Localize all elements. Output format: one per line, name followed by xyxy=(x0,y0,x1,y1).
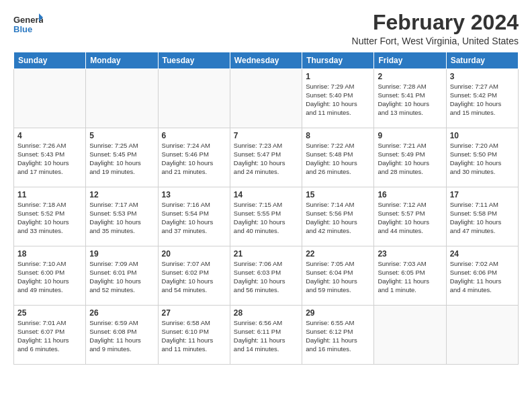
calendar-cell xyxy=(446,306,518,365)
day-number: 1 xyxy=(306,72,370,81)
svg-text:General: General xyxy=(13,15,43,25)
calendar-cell: 2Sunrise: 7:28 AM Sunset: 5:41 PM Daylig… xyxy=(374,69,446,128)
day-number: 24 xyxy=(450,249,515,259)
day-info: Sunrise: 7:10 AM Sunset: 6:00 PM Dayligh… xyxy=(17,260,82,294)
day-info: Sunrise: 7:05 AM Sunset: 6:04 PM Dayligh… xyxy=(306,260,370,294)
calendar-cell: 8Sunrise: 7:22 AM Sunset: 5:48 PM Daylig… xyxy=(302,128,374,187)
calendar-cell: 18Sunrise: 7:10 AM Sunset: 6:00 PM Dayli… xyxy=(14,246,86,306)
calendar-table: SundayMondayTuesdayWednesdayThursdayFrid… xyxy=(13,52,519,365)
day-info: Sunrise: 7:22 AM Sunset: 5:48 PM Dayligh… xyxy=(306,142,370,176)
day-number: 27 xyxy=(162,308,226,318)
day-number: 23 xyxy=(378,249,442,259)
calendar-week-3: 11Sunrise: 7:18 AM Sunset: 5:52 PM Dayli… xyxy=(14,187,519,246)
calendar-cell: 14Sunrise: 7:15 AM Sunset: 5:55 PM Dayli… xyxy=(230,187,302,246)
day-info: Sunrise: 7:07 AM Sunset: 6:02 PM Dayligh… xyxy=(162,260,226,294)
day-number: 20 xyxy=(162,249,226,259)
calendar-cell: 23Sunrise: 7:03 AM Sunset: 6:05 PM Dayli… xyxy=(374,246,446,306)
day-number: 5 xyxy=(89,131,154,140)
page-container: General Blue February 2024 Nutter Fort, … xyxy=(0,0,532,371)
day-header-thursday: Thursday xyxy=(302,52,374,69)
calendar-cell: 27Sunrise: 6:58 AM Sunset: 6:10 PM Dayli… xyxy=(158,306,230,365)
day-number: 15 xyxy=(306,190,370,199)
svg-text:Blue: Blue xyxy=(13,24,32,34)
day-info: Sunrise: 7:23 AM Sunset: 5:47 PM Dayligh… xyxy=(234,142,298,176)
main-title: February 2024 xyxy=(352,11,519,34)
day-number: 26 xyxy=(89,308,154,318)
calendar-cell: 4Sunrise: 7:26 AM Sunset: 5:43 PM Daylig… xyxy=(14,128,86,187)
day-header-saturday: Saturday xyxy=(446,52,518,69)
day-info: Sunrise: 7:28 AM Sunset: 5:41 PM Dayligh… xyxy=(378,83,442,117)
header: General Blue February 2024 Nutter Fort, … xyxy=(13,11,519,46)
day-info: Sunrise: 7:12 AM Sunset: 5:57 PM Dayligh… xyxy=(378,201,442,235)
calendar-week-4: 18Sunrise: 7:10 AM Sunset: 6:00 PM Dayli… xyxy=(14,246,519,306)
calendar-cell: 19Sunrise: 7:09 AM Sunset: 6:01 PM Dayli… xyxy=(86,246,158,306)
logo-icon: General Blue xyxy=(13,11,43,36)
day-info: Sunrise: 7:14 AM Sunset: 5:56 PM Dayligh… xyxy=(306,201,370,235)
day-number: 8 xyxy=(306,131,370,140)
title-block: February 2024 Nutter Fort, West Virginia… xyxy=(352,11,519,46)
calendar-cell: 20Sunrise: 7:07 AM Sunset: 6:02 PM Dayli… xyxy=(158,246,230,306)
calendar-cell: 6Sunrise: 7:24 AM Sunset: 5:46 PM Daylig… xyxy=(158,128,230,187)
calendar-cell xyxy=(86,69,158,128)
calendar-cell: 17Sunrise: 7:11 AM Sunset: 5:58 PM Dayli… xyxy=(446,187,518,246)
day-info: Sunrise: 7:02 AM Sunset: 6:06 PM Dayligh… xyxy=(450,260,515,294)
day-info: Sunrise: 7:18 AM Sunset: 5:52 PM Dayligh… xyxy=(17,201,82,235)
day-number: 7 xyxy=(234,131,298,140)
calendar-cell: 9Sunrise: 7:21 AM Sunset: 5:49 PM Daylig… xyxy=(374,128,446,187)
day-info: Sunrise: 7:06 AM Sunset: 6:03 PM Dayligh… xyxy=(234,260,298,294)
day-number: 17 xyxy=(450,190,515,199)
day-number: 10 xyxy=(450,131,515,140)
calendar-cell: 15Sunrise: 7:14 AM Sunset: 5:56 PM Dayli… xyxy=(302,187,374,246)
day-number: 13 xyxy=(162,190,226,199)
calendar-cell: 22Sunrise: 7:05 AM Sunset: 6:04 PM Dayli… xyxy=(302,246,374,306)
subtitle: Nutter Fort, West Virginia, United State… xyxy=(352,36,519,46)
day-number: 2 xyxy=(378,72,442,81)
day-number: 12 xyxy=(89,190,154,199)
day-header-friday: Friday xyxy=(374,52,446,69)
calendar-header-row: SundayMondayTuesdayWednesdayThursdayFrid… xyxy=(14,52,519,69)
day-number: 6 xyxy=(162,131,226,140)
day-info: Sunrise: 7:25 AM Sunset: 5:45 PM Dayligh… xyxy=(89,142,154,176)
day-info: Sunrise: 6:58 AM Sunset: 6:10 PM Dayligh… xyxy=(162,319,226,353)
day-info: Sunrise: 6:55 AM Sunset: 6:12 PM Dayligh… xyxy=(306,319,370,353)
day-info: Sunrise: 7:01 AM Sunset: 6:07 PM Dayligh… xyxy=(17,319,82,353)
calendar-cell: 13Sunrise: 7:16 AM Sunset: 5:54 PM Dayli… xyxy=(158,187,230,246)
day-info: Sunrise: 7:24 AM Sunset: 5:46 PM Dayligh… xyxy=(162,142,226,176)
day-info: Sunrise: 7:21 AM Sunset: 5:49 PM Dayligh… xyxy=(378,142,442,176)
calendar-cell: 7Sunrise: 7:23 AM Sunset: 5:47 PM Daylig… xyxy=(230,128,302,187)
calendar-cell: 12Sunrise: 7:17 AM Sunset: 5:53 PM Dayli… xyxy=(86,187,158,246)
day-number: 29 xyxy=(306,308,370,318)
calendar-cell: 29Sunrise: 6:55 AM Sunset: 6:12 PM Dayli… xyxy=(302,306,374,365)
day-header-sunday: Sunday xyxy=(14,52,86,69)
day-header-wednesday: Wednesday xyxy=(230,52,302,69)
calendar-cell: 21Sunrise: 7:06 AM Sunset: 6:03 PM Dayli… xyxy=(230,246,302,306)
calendar-cell: 25Sunrise: 7:01 AM Sunset: 6:07 PM Dayli… xyxy=(14,306,86,365)
day-number: 3 xyxy=(450,72,515,81)
calendar-cell: 26Sunrise: 6:59 AM Sunset: 6:08 PM Dayli… xyxy=(86,306,158,365)
day-number: 18 xyxy=(17,249,82,259)
day-number: 22 xyxy=(306,249,370,259)
calendar-cell xyxy=(158,69,230,128)
day-info: Sunrise: 7:27 AM Sunset: 5:42 PM Dayligh… xyxy=(450,83,515,117)
day-info: Sunrise: 7:03 AM Sunset: 6:05 PM Dayligh… xyxy=(378,260,442,294)
calendar-cell: 24Sunrise: 7:02 AM Sunset: 6:06 PM Dayli… xyxy=(446,246,518,306)
day-info: Sunrise: 7:26 AM Sunset: 5:43 PM Dayligh… xyxy=(17,142,82,176)
day-number: 14 xyxy=(234,190,298,199)
calendar-week-5: 25Sunrise: 7:01 AM Sunset: 6:07 PM Dayli… xyxy=(14,306,519,365)
day-info: Sunrise: 7:16 AM Sunset: 5:54 PM Dayligh… xyxy=(162,201,226,235)
calendar-body: 1Sunrise: 7:29 AM Sunset: 5:40 PM Daylig… xyxy=(14,69,519,365)
calendar-cell: 3Sunrise: 7:27 AM Sunset: 5:42 PM Daylig… xyxy=(446,69,518,128)
calendar-cell xyxy=(374,306,446,365)
day-info: Sunrise: 7:20 AM Sunset: 5:50 PM Dayligh… xyxy=(450,142,515,176)
day-number: 25 xyxy=(17,308,82,318)
day-number: 9 xyxy=(378,131,442,140)
day-info: Sunrise: 7:17 AM Sunset: 5:53 PM Dayligh… xyxy=(89,201,154,235)
calendar-week-2: 4Sunrise: 7:26 AM Sunset: 5:43 PM Daylig… xyxy=(14,128,519,187)
day-number: 21 xyxy=(234,249,298,259)
calendar-cell xyxy=(14,69,86,128)
day-info: Sunrise: 7:15 AM Sunset: 5:55 PM Dayligh… xyxy=(234,201,298,235)
day-info: Sunrise: 6:56 AM Sunset: 6:11 PM Dayligh… xyxy=(234,319,298,353)
day-number: 19 xyxy=(89,249,154,259)
day-header-tuesday: Tuesday xyxy=(158,52,230,69)
calendar-cell xyxy=(230,69,302,128)
